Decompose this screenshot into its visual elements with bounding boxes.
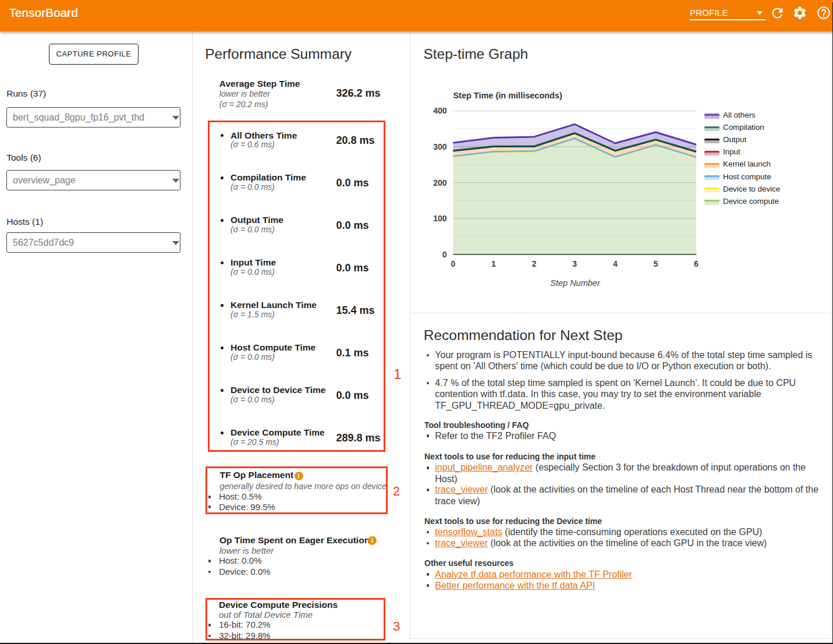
svg-text:300: 300 (433, 142, 447, 151)
svg-text:6: 6 (694, 259, 699, 268)
svg-text:Step Number: Step Number (550, 278, 601, 288)
svg-text:1: 1 (491, 259, 496, 268)
svg-text:5: 5 (654, 259, 658, 268)
svg-text:3: 3 (572, 259, 577, 268)
svg-text:2: 2 (532, 259, 537, 268)
svg-text:0: 0 (442, 250, 447, 259)
svg-text:100: 100 (433, 214, 447, 223)
svg-text:0: 0 (451, 259, 456, 268)
svg-text:200: 200 (433, 178, 447, 187)
svg-text:400: 400 (433, 106, 447, 115)
svg-text:4: 4 (613, 259, 618, 268)
svg-text:Step Time (in milliseconds): Step Time (in milliseconds) (453, 91, 562, 100)
